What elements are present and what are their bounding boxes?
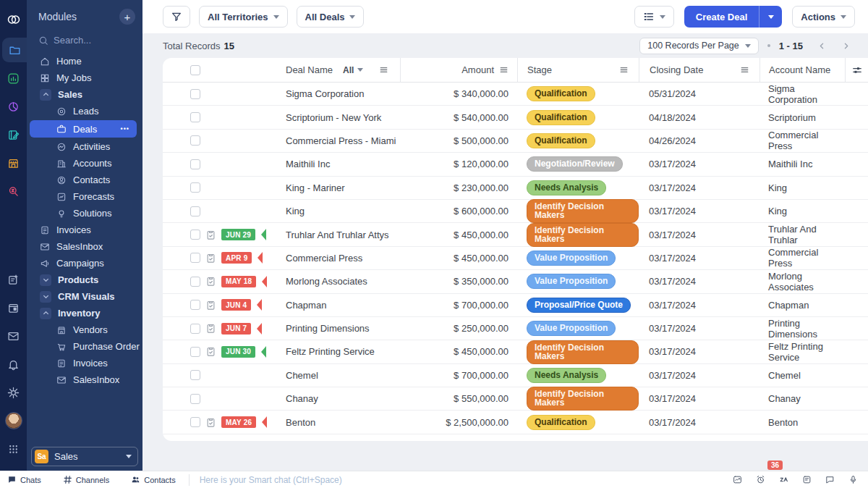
account-name-cell[interactable]: Benton [760, 417, 845, 428]
row-checkbox[interactable] [190, 347, 200, 357]
list-view-switcher[interactable] [634, 6, 674, 28]
row-checkbox[interactable] [190, 206, 200, 216]
table-row[interactable]: Commercial Press - Miami$ 500,000.00Qual… [163, 130, 868, 153]
sidebar-item-sales[interactable]: Sales [27, 86, 142, 103]
account-name-cell[interactable]: Sigma Corporation [760, 83, 845, 105]
sidebar-item-salesinbox[interactable]: SalesInbox [27, 238, 142, 255]
apps-grid-icon[interactable] [0, 437, 27, 461]
records-per-page-dropdown[interactable]: 100 Records Per Page [639, 38, 758, 54]
deal-name-filter-dropdown[interactable]: All [343, 65, 363, 75]
deal-name-cell[interactable]: Benton [275, 417, 400, 428]
sidebar-search-input[interactable]: Search... [27, 30, 142, 53]
zia-assistant-icon[interactable] [779, 475, 788, 484]
deal-name-cell[interactable]: Commercial Press - Miami [275, 135, 400, 146]
table-row[interactable]: Maithili Inc$ 120,000.00Negotiation/Revi… [163, 153, 868, 176]
deal-name-cell[interactable]: Chanay [275, 393, 400, 404]
notification-count-badge[interactable]: 36 [767, 460, 783, 470]
column-header-deal-name[interactable]: Deal Name [286, 64, 333, 75]
territory-filter-dropdown[interactable]: All Territories [199, 6, 288, 28]
reminders-alarm-icon[interactable] [756, 475, 765, 484]
row-checkbox[interactable] [190, 89, 200, 99]
next-page-icon[interactable] [841, 41, 851, 51]
column-header-closing-date[interactable]: Closing Date [650, 64, 703, 75]
channels-tab[interactable]: Channels [63, 475, 109, 484]
settings-gear-icon[interactable] [0, 380, 27, 405]
account-name-cell[interactable]: King [760, 182, 845, 193]
sidebar-item-home[interactable]: Home [27, 53, 142, 70]
table-row[interactable]: JUN 30Feltz Printing Service$ 450,000.00… [163, 340, 868, 363]
sidebar-item-social[interactable]: Social [27, 388, 142, 392]
row-checkbox[interactable] [190, 277, 200, 287]
microphone-icon[interactable] [848, 475, 858, 484]
table-row[interactable]: Chanay$ 550,000.00Identify Decision Make… [163, 387, 868, 411]
sidebar-item-leads[interactable]: Leads [27, 103, 142, 119]
table-row[interactable]: King$ 600,000.00Identify Decision Makers… [163, 200, 868, 223]
account-name-cell[interactable]: Feltz Printing Service [760, 341, 845, 363]
deal-name-cell[interactable]: Sigma Corporation [275, 88, 400, 99]
calendar-icon[interactable] [0, 295, 27, 320]
account-name-cell[interactable]: Maithili Inc [760, 159, 845, 169]
table-row[interactable]: King - Mariner$ 230,000.00Needs Analysis… [163, 177, 868, 200]
row-checkbox[interactable] [190, 300, 200, 310]
deal-name-cell[interactable]: Morlong Associates [275, 276, 400, 287]
column-menu-icon[interactable] [619, 65, 629, 75]
table-row[interactable]: APR 9Commercial Press$ 450,000.00Value P… [163, 247, 868, 270]
user-avatar[interactable] [0, 408, 27, 433]
select-all-checkbox[interactable] [190, 65, 200, 75]
account-name-cell[interactable]: Commercial Press [760, 247, 845, 269]
deal-name-cell[interactable]: Chemel [275, 370, 400, 381]
prev-page-icon[interactable] [817, 41, 827, 51]
sidebar-item-inventory[interactable]: Inventory [27, 305, 142, 321]
quick-create-icon[interactable] [0, 267, 27, 292]
zia-search-icon[interactable] [0, 179, 27, 203]
row-checkbox[interactable] [190, 159, 200, 169]
deal-name-cell[interactable]: Chapman [275, 300, 400, 311]
comment-bubble-icon[interactable] [825, 475, 835, 484]
column-header-amount[interactable]: Amount [461, 64, 494, 75]
deal-name-cell[interactable]: King - Mariner [275, 182, 400, 193]
sidebar-item-my-jobs[interactable]: My Jobs [27, 70, 142, 86]
notifications-bell-icon[interactable] [0, 352, 27, 376]
contacts-tab[interactable]: Contacts [131, 475, 175, 484]
account-name-cell[interactable]: Chemel [760, 370, 845, 381]
account-name-cell[interactable]: Morlong Associates [760, 271, 845, 293]
activity-trend-icon[interactable] [733, 475, 742, 484]
sidebar-item-solutions[interactable]: Solutions [27, 205, 142, 222]
deal-name-cell[interactable]: Scriptorium - New York [275, 112, 400, 123]
deal-name-cell[interactable]: Maithili Inc [275, 159, 400, 169]
sidebar-item-crm-visuals[interactable]: CRM Visuals [27, 288, 142, 305]
deal-name-cell[interactable]: King [275, 206, 400, 216]
account-name-cell[interactable]: Printing Dimensions [760, 318, 845, 340]
sidebar-item-activities[interactable]: Activities [27, 138, 142, 155]
table-row[interactable]: JUN 7Printing Dimensions$ 250,000.00Valu… [163, 317, 868, 340]
table-row[interactable]: JUN 29Truhlar And Truhlar Attys$ 450,000… [163, 223, 868, 246]
sidebar-item-accounts[interactable]: Accounts [27, 155, 142, 172]
create-deal-caret[interactable] [759, 6, 782, 28]
row-checkbox[interactable] [190, 182, 200, 193]
sidebar-item-invoices[interactable]: Invoices [27, 355, 142, 371]
column-menu-icon[interactable] [740, 65, 749, 75]
deal-name-cell[interactable]: Commercial Press [275, 253, 400, 264]
account-name-cell[interactable]: Commercial Press [760, 130, 845, 151]
reports-icon[interactable] [0, 66, 27, 91]
sidebar-item-purchase-order[interactable]: Purchase Order [27, 338, 142, 355]
column-header-account-name[interactable]: Account Name [769, 64, 830, 75]
row-checkbox[interactable] [190, 135, 200, 146]
row-checkbox[interactable] [190, 394, 200, 404]
more-options-icon[interactable]: ••• [121, 125, 129, 132]
account-name-cell[interactable]: Scriptorium [760, 112, 845, 123]
chats-tab[interactable]: Chats [7, 475, 41, 484]
notes-icon[interactable] [0, 122, 27, 147]
filter-button[interactable] [163, 6, 190, 28]
sidebar-item-deals[interactable]: Deals••• [30, 120, 137, 138]
add-module-button[interactable]: + [119, 9, 135, 25]
row-checkbox[interactable] [190, 112, 200, 122]
row-checkbox[interactable] [190, 324, 200, 334]
actions-dropdown[interactable]: Actions [792, 6, 855, 28]
table-row[interactable]: MAY 18Morlong Associates$ 350,000.00Valu… [163, 270, 868, 293]
view-filter-dropdown[interactable]: All Deals [297, 6, 365, 28]
row-checkbox[interactable] [190, 370, 200, 380]
column-menu-icon[interactable] [379, 65, 388, 75]
account-name-cell[interactable]: Chapman [760, 300, 845, 311]
marketplace-icon[interactable] [0, 151, 27, 175]
